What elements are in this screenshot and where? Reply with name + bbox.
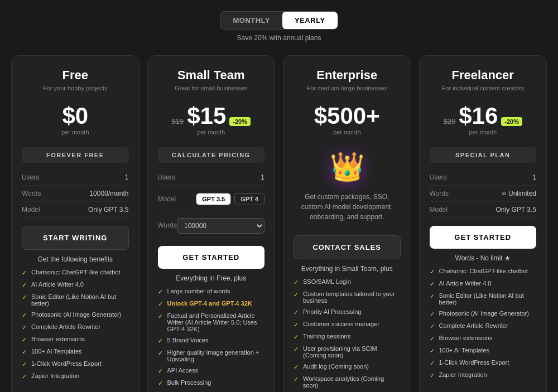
check-icon: ✓: [22, 336, 27, 343]
enterprise-text: Get custom packages, SSO, custom AI mode…: [294, 192, 401, 222]
check-icon: ✓: [294, 376, 299, 383]
benefit: 5 Brand Voices: [167, 337, 209, 343]
check-icon: ✓: [294, 279, 299, 286]
plan-small-team-model-selector[interactable]: GPT 3.5 GPT 4: [196, 190, 264, 209]
benefit: 1-Click WordPress Export: [31, 360, 102, 367]
plan-freelancer-price-main: $16: [459, 104, 498, 128]
enterprise-graphic: 👑: [294, 147, 401, 186]
check-icon: ✓: [294, 364, 299, 371]
plan-freelancer-price-row: $20 $16 -20%: [444, 104, 522, 128]
plan-free-words-value: 10000/month: [89, 190, 128, 197]
billing-toggle-bar[interactable]: MONTHLY YEARLY: [220, 11, 338, 30]
plan-small-team-price-row: $19 $15 -20%: [172, 104, 251, 128]
check-icon: ✓: [294, 291, 299, 298]
plan-freelancer-label: SPECIAL PLAN: [430, 147, 537, 163]
plan-free-benefits-list: ✓Chatsonic: ChatGPT-like chatbot ✓AI Art…: [22, 269, 129, 385]
plan-small-team-users-row: Users 1: [158, 170, 265, 186]
benefit: 100+ AI Templates: [439, 347, 490, 354]
plan-small-team-words-label: Words: [158, 221, 177, 229]
check-icon: ✓: [430, 268, 435, 275]
billing-toggle-section: MONTHLY YEARLY Save 20% with annual plan…: [11, 11, 547, 42]
benefit: Custom templates tailored to your busine…: [303, 291, 401, 304]
check-icon: ✓: [430, 323, 435, 330]
plan-small-team-users-value: 1: [261, 173, 264, 181]
plan-freelancer: Freelancer For individual content creato…: [419, 55, 547, 392]
gpt35-btn[interactable]: GPT 3.5: [196, 193, 231, 205]
monthly-toggle[interactable]: MONTHLY: [220, 12, 282, 29]
plan-freelancer-benefits-list: ✓Chatsonic: ChatGPT-like chatbot ✓AI Art…: [430, 268, 537, 384]
plan-freelancer-price-period: per month: [469, 129, 497, 135]
benefit: 100+ AI Templates: [31, 348, 82, 355]
benefit: Bulk Processing: [167, 379, 211, 386]
plan-freelancer-name: Freelancer: [430, 68, 537, 83]
plan-freelancer-model-value: Only GPT 3.5: [496, 206, 536, 214]
plan-small-team: Small Team Great for small businesses $1…: [147, 55, 276, 392]
plan-enterprise-cta[interactable]: CONTACT SALES: [294, 235, 401, 259]
plan-freelancer-words-row: Words ∞ Unlimited: [430, 186, 537, 202]
benefit: Zapier Integration: [31, 372, 79, 379]
benefit: Large number of words: [167, 288, 230, 294]
plan-small-team-price-main: $15: [187, 104, 226, 128]
plan-freelancer-cta[interactable]: GET STARTED: [430, 226, 537, 249]
words-select[interactable]: 100000 200000 500000: [177, 218, 264, 234]
plan-enterprise-price-period: per month: [333, 129, 361, 135]
benefit: Sonic Editor (Like Notion AI but better): [31, 293, 129, 307]
save-text: Save 20% with annual plans: [237, 34, 321, 42]
plan-freelancer-benefits-title: Words - No limit ★: [430, 254, 537, 262]
plan-freelancer-price-badge: -20%: [501, 117, 522, 126]
check-icon: ✓: [430, 372, 435, 379]
plan-freelancer-words-value: ∞ Unlimited: [502, 190, 536, 197]
plan-free-words-row: Words 10000/month: [22, 186, 129, 202]
plan-free-price-main: $0: [62, 104, 88, 128]
benefit: Chatsonic: ChatGPT-like chatbot: [439, 268, 528, 274]
benefit: Audit log (Coming soon): [303, 363, 369, 370]
plan-free-desc: For your hobby projects: [22, 85, 129, 91]
benefit: Complete Article Rewriter: [31, 323, 100, 330]
plan-free-price-period: per month: [61, 129, 89, 135]
check-icon: ✓: [430, 311, 435, 318]
plan-small-team-label: CALCULATE PRICING: [158, 147, 265, 163]
plan-freelancer-users-value: 1: [532, 173, 536, 181]
benefit: Priority AI Processing: [303, 308, 362, 315]
benefit: Factual and Personalized Article Writer …: [167, 312, 265, 332]
check-icon: ✓: [430, 293, 435, 300]
plan-enterprise-benefits-title: Everything in Small Team, plus: [294, 265, 401, 273]
check-icon: ✓: [430, 360, 435, 367]
plan-free-cta[interactable]: START WRITING: [22, 226, 129, 250]
yearly-toggle[interactable]: YEARLY: [282, 12, 338, 29]
benefit: Photosonic (AI Image Generator): [439, 310, 529, 317]
check-icon: ✓: [22, 349, 27, 356]
plan-small-team-name: Small Team: [158, 68, 265, 83]
plan-small-team-model-label: Model: [158, 195, 176, 203]
benefit: Training sessions: [303, 333, 350, 340]
plan-freelancer-desc: For individual content creators: [430, 85, 537, 91]
plan-small-team-model-row: Model GPT 3.5 GPT 4: [158, 186, 265, 213]
benefit: Sonic Editor (Like Notion AI but better): [439, 292, 537, 306]
plan-enterprise: Enterprise For medium-large businesses $…: [283, 55, 411, 392]
plan-small-team-cta[interactable]: GET STARTED: [158, 246, 265, 269]
benefit: Workspace analytics (Coming soon): [303, 375, 401, 389]
benefit: Chatsonic: ChatGPT-like chatbot: [31, 269, 121, 275]
plan-freelancer-users-label: Users: [430, 173, 447, 181]
plan-free-model-row: Model Only GPT 3.5: [22, 202, 129, 218]
benefit: Complete Article Rewriter: [439, 322, 508, 329]
benefit: 1-Click WordPress Export: [439, 359, 509, 366]
benefit: Browser extensions: [439, 335, 493, 341]
plan-free-benefits-title: Get the following benefits: [22, 255, 129, 263]
check-icon: ✓: [430, 347, 435, 355]
plan-enterprise-name: Enterprise: [294, 68, 401, 83]
benefit: Zapier Integration: [439, 371, 487, 378]
plan-small-team-price: $19 $15 -20% per month: [158, 100, 265, 139]
plan-free-users-label: Users: [22, 173, 39, 181]
check-icon: ✓: [22, 312, 27, 319]
plan-enterprise-desc: For medium-large businesses: [294, 85, 401, 91]
check-icon: ✓: [294, 333, 299, 341]
gpt4-btn[interactable]: GPT 4: [234, 193, 264, 205]
check-icon: ✓: [158, 380, 163, 387]
check-icon: ✓: [158, 367, 163, 375]
plan-free-model-label: Model: [22, 206, 40, 214]
plan-freelancer-price: $20 $16 -20% per month: [430, 100, 537, 139]
plan-freelancer-model-label: Model: [430, 206, 448, 214]
plan-freelancer-price-original: $20: [444, 117, 456, 125]
plan-free-users-row: Users 1: [22, 170, 129, 186]
